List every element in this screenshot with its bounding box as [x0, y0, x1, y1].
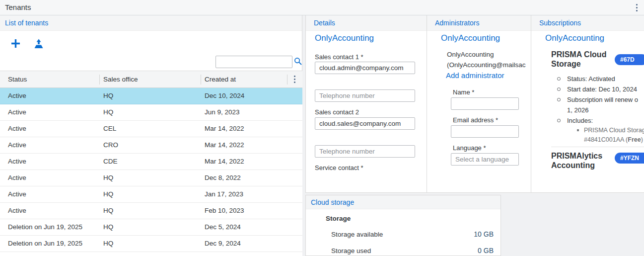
subscription-includes: Includes: [567, 115, 644, 126]
column-header-created[interactable]: Created at [205, 71, 236, 87]
shell-bar: Tenants [0, 0, 644, 15]
bullet-icon [557, 119, 561, 122]
storage-group-title: Storage [326, 215, 351, 222]
tenants-app: { "app": { "title": "Tenants" }, "tenant… [0, 0, 644, 256]
subscription-badge: #67D [615, 54, 644, 65]
sales-contact-2-label: Sales contact 2 [315, 108, 359, 116]
add-tenant-button[interactable] [10, 38, 21, 51]
subscriptions-tenant-name: OnlyAccounting [545, 33, 604, 43]
subscriptions-header: Subscriptions [531, 15, 644, 31]
bullet-icon [557, 98, 561, 101]
column-header-status[interactable]: Status [8, 71, 27, 87]
table-row[interactable]: Active CRO Mar 14, 2022 [0, 137, 302, 154]
administrators-panel: Administrators OnlyAccounting OnlyAccoun… [427, 15, 531, 193]
subscriptions-panel: Subscriptions OnlyAccounting PRISMA Clou… [531, 15, 644, 193]
add-administrator-link[interactable]: Add administrator [446, 71, 504, 80]
table-row[interactable]: Active CEL Mar 14, 2022 [0, 121, 302, 137]
search-input[interactable] [215, 56, 292, 68]
storage-available-value: 10 GB [454, 230, 494, 238]
subscription-name: PRISMAlytics Accounting [551, 151, 616, 170]
tenant-list-header: List of tenants [0, 15, 302, 31]
admin-email-input[interactable] [451, 125, 519, 138]
admin-language-select[interactable] [451, 153, 519, 166]
details-panel: Details OnlyAccounting Sales contact 1 *… [305, 15, 427, 193]
table-row[interactable]: Active HQ Jun 9, 2023 [0, 104, 302, 121]
sales-contact-1-input[interactable] [315, 62, 415, 74]
sales-contact-1-phone-input[interactable] [315, 89, 415, 102]
sales-contact-2-input[interactable] [315, 117, 415, 130]
tenant-rows: Active HQ Dec 10, 2024 Active HQ Jun 9, … [0, 88, 302, 256]
table-settings-icon[interactable] [294, 76, 295, 83]
plus-icon [10, 38, 21, 49]
subscription-status: Status: Activated [567, 74, 644, 84]
sales-contact-1-label: Sales contact 1 * [315, 53, 363, 61]
admin-email-label: Email address * [453, 116, 498, 124]
existing-administrator: OnlyAccounting (OnlyAccounting@mailsac [447, 49, 530, 70]
subscription-badge: #YFZN [615, 153, 644, 164]
table-row[interactable]: Active HQ Jan 17, 2023 [0, 186, 302, 203]
subscription-renew-line2: 1, 2026 [567, 105, 644, 115]
cloud-storage-panel: Cloud storage Storage Storage available … [305, 195, 501, 256]
table-row[interactable]: Active HQ Jan 9, 2025 [0, 252, 302, 256]
admin-language-label: Language * [453, 144, 486, 152]
storage-available-label: Storage available [331, 231, 383, 238]
administrators-header: Administrators [427, 15, 531, 31]
search-area [215, 56, 292, 68]
sales-contact-2-phone-input[interactable] [315, 145, 415, 158]
tenant-list-panel: List of tenants Status Sales office Crea… [0, 15, 302, 256]
details-header: Details [306, 15, 427, 31]
overflow-menu-icon[interactable] [636, 4, 638, 11]
upload-icon [33, 38, 45, 50]
table-row[interactable]: Active HQ Dec 10, 2024 [0, 88, 302, 104]
subscription-renew-line1: Subscription will renew o [567, 94, 644, 105]
cloud-storage-header: Cloud storage [306, 195, 501, 209]
details-tenant-name: OnlyAccounting [315, 33, 374, 43]
sub-bullet-icon [577, 129, 579, 131]
subscription-start-date: Start date: Dec 10, 2024 [567, 84, 644, 94]
storage-used-value: 0 GB [454, 247, 494, 255]
search-icon [294, 57, 302, 66]
page-title: Tenants [5, 0, 31, 15]
table-row[interactable]: Deletion on Jun 19, 2025 HQ Dec 9, 2024 [0, 236, 302, 252]
search-button[interactable] [294, 57, 302, 67]
bullet-icon [557, 87, 561, 91]
upload-tenant-button[interactable] [33, 38, 45, 51]
table-row[interactable]: Active HQ Dec 8, 2022 [0, 170, 302, 186]
subscription-name: PRISMA Cloud Storage [551, 50, 616, 69]
included-product-line2: #4841C001AA (Free) [584, 135, 644, 145]
subscription-divider [551, 147, 644, 147]
table-header-row: Status Sales office Created at [0, 71, 302, 88]
bullet-icon [557, 77, 561, 81]
table-row[interactable]: Deletion on Jun 19, 2025 HQ Dec 5, 2024 [0, 219, 302, 236]
admin-name-input[interactable] [451, 97, 519, 110]
admin-name-label: Name * [453, 88, 474, 96]
included-product-line1: PRISMA Cloud Storage / [584, 126, 644, 135]
column-header-office[interactable]: Sales office [103, 71, 138, 87]
table-row[interactable]: Active CDE Mar 14, 2022 [0, 154, 302, 170]
storage-used-label: Storage used [331, 247, 371, 255]
service-contact-label: Service contact * [315, 164, 363, 171]
table-row[interactable]: Active HQ Feb 10, 2023 [0, 203, 302, 219]
administrators-tenant-name: OnlyAccounting [441, 33, 500, 43]
